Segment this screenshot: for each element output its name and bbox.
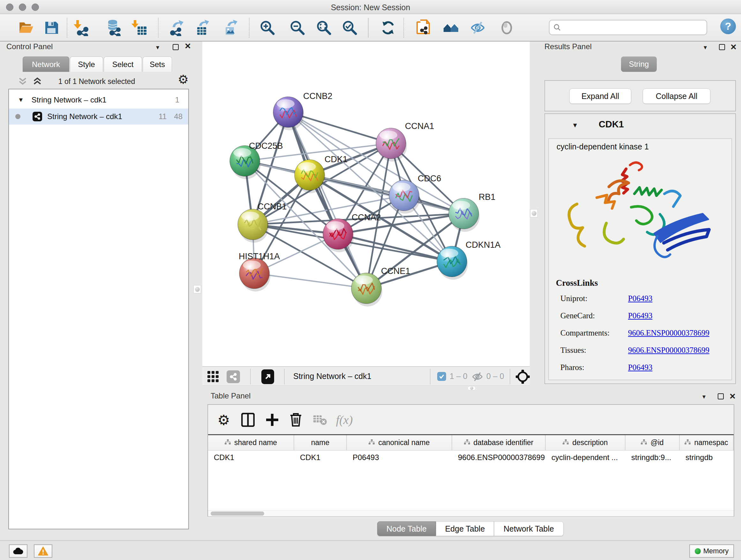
bottom-splitter-handle[interactable] [468,386,476,390]
cell-2[interactable]: P06493 [347,450,452,464]
zoom-in-icon[interactable] [259,19,276,37]
results-panel-close-icon[interactable]: ✕ [730,44,737,50]
entry-collapse-icon[interactable]: ▼ [572,122,578,129]
scrollbar-thumb[interactable] [211,511,264,516]
edge-CCNB2-CCNE1[interactable] [288,112,366,288]
node-CCNA1[interactable]: CCNA1 [376,121,434,162]
table-panel-menu-icon[interactable]: ▾ [702,393,705,400]
import-network-file-icon[interactable] [72,19,90,37]
table-panel-close-icon[interactable]: ✕ [729,393,736,399]
tab-sets[interactable]: Sets [143,57,172,72]
table-horizontal-scrollbar[interactable] [208,510,734,516]
network-canvas[interactable]: CCNB2CCNA1CDC25BCDK1CDC6RB1CCNB1CCNA2CDK… [202,42,530,366]
warning-button[interactable] [34,544,52,558]
tab-node-table[interactable]: Node Table [377,521,436,536]
birdseye-view-icon[interactable] [261,369,274,384]
cell-6[interactable]: stringdb [680,450,734,464]
results-panel-float-icon[interactable] [719,44,725,50]
cell-4[interactable]: cyclin-dependent ... [546,450,625,464]
toolbar-separator [368,18,368,38]
tab-edge-table[interactable]: Edge Table [436,521,494,536]
tab-style[interactable]: Style [70,57,103,72]
refresh-layout-icon[interactable] [379,19,397,37]
selected-checkbox-icon[interactable] [437,372,446,381]
crosslinks-title: CrossLinks [556,278,598,288]
import-table-file-icon[interactable] [131,19,148,37]
control-panel-close-icon[interactable]: ✕ [185,43,191,50]
cell-3[interactable]: 9606.ENSP00000378699 [452,450,546,464]
search-text[interactable] [563,23,701,32]
zoom-fit-icon[interactable] [315,19,333,37]
search-input[interactable] [549,20,707,35]
node-CCNB2[interactable]: CCNB2 [273,91,333,130]
column-header-description[interactable]: description [546,435,625,450]
collapse-all-button[interactable]: Collapse All [643,88,711,104]
column-header-database-identifier[interactable]: database identifier [452,435,546,450]
column-header-name[interactable]: name [294,435,347,450]
crosslink-link-4[interactable]: P06493 [628,363,652,372]
table-options-gear-icon[interactable]: ⚙ [214,411,233,429]
memory-button[interactable]: Memory [689,544,734,558]
node-CCNB1[interactable]: CCNB1 [238,202,287,243]
node-CDC6[interactable]: CDC6 [389,174,441,213]
export-image-icon[interactable] [222,19,240,37]
show-all-icon[interactable] [498,19,516,37]
home-icon[interactable] [442,19,460,37]
protein-entry-header[interactable]: ▼ CDK1 [545,114,735,138]
column-header-shared-name[interactable]: shared name [208,435,294,450]
crosslink-link-0[interactable]: P06493 [628,294,652,303]
cloud-button[interactable] [9,544,27,558]
create-column-icon[interactable] [263,411,281,429]
copy-network-icon[interactable] [414,19,432,37]
cell-1[interactable]: CDK1 [294,450,347,464]
open-session-icon[interactable] [17,19,35,37]
zoom-selected-icon[interactable] [341,19,359,37]
node-label-CDK1: CDK1 [325,154,347,164]
cell-5[interactable]: stringdb:9... [625,450,680,464]
column-header-canonical-name[interactable]: canonical name [347,435,452,450]
control-panel-float-icon[interactable] [173,44,179,50]
edge-CCNE1-HIST1H1A[interactable] [254,273,366,288]
node-CDKN1A[interactable]: CDKN1A [437,240,501,280]
cell-0[interactable]: CDK1 [208,450,294,464]
node-RB1[interactable]: RB1 [449,192,495,232]
hide-selected-icon[interactable] [469,19,487,37]
grid-view-icon[interactable] [207,371,219,384]
collection-expand-icon[interactable]: ▼ [18,97,24,104]
expand-all-button[interactable]: Expand All [569,88,631,104]
export-table-icon[interactable] [194,19,212,37]
crosslink-link-2[interactable]: 9606.ENSP00000378699 [628,328,710,337]
help-icon[interactable]: ? [720,18,736,34]
control-panel-menu-icon[interactable]: ▾ [156,44,159,51]
node-HIST1H1A[interactable]: HIST1H1A [239,252,280,292]
save-session-icon[interactable] [43,19,60,37]
crosslink-link-1[interactable]: P06493 [628,311,652,320]
table-row[interactable]: CDK1CDK1P064939606.ENSP00000378699cyclin… [208,450,734,464]
tab-select[interactable]: Select [104,57,142,72]
left-splitter-handle[interactable] [193,285,201,294]
network-collection-row[interactable]: ▼ String Network – cdk1 1 [9,92,188,108]
export-network-icon[interactable] [168,19,186,37]
network-overview-icon[interactable] [226,370,240,383]
node-CDC25B[interactable]: CDC25B [230,141,283,179]
node-CCNE1[interactable]: CCNE1 [351,266,410,307]
table-panel-float-icon[interactable] [718,393,724,399]
network-row[interactable]: String Network – cdk1 11 48 [9,109,188,125]
show-columns-icon[interactable] [239,411,257,429]
crosslink-link-3[interactable]: 9606.ENSP00000378699 [628,346,710,355]
import-network-database-icon[interactable] [105,19,122,37]
tab-string[interactable]: String [621,57,657,72]
results-panel-menu-icon[interactable]: ▾ [704,44,707,51]
function-builder-icon[interactable]: f(x) [335,411,354,429]
column-header-namespac[interactable]: namespac [680,435,734,450]
delete-table-icon[interactable] [311,411,329,429]
fit-selected-crosshair-icon[interactable] [515,369,530,386]
tab-network[interactable]: Network [23,57,69,72]
zoom-out-icon[interactable] [288,19,307,37]
delete-column-icon[interactable] [286,411,305,429]
right-splitter-handle[interactable] [530,209,538,217]
column-header--id[interactable]: @id [625,435,680,450]
node-label-CDKN1A: CDKN1A [466,240,501,250]
tab-network-table[interactable]: Network Table [494,521,563,536]
network-options-gear-icon[interactable]: ⚙ [178,72,189,86]
